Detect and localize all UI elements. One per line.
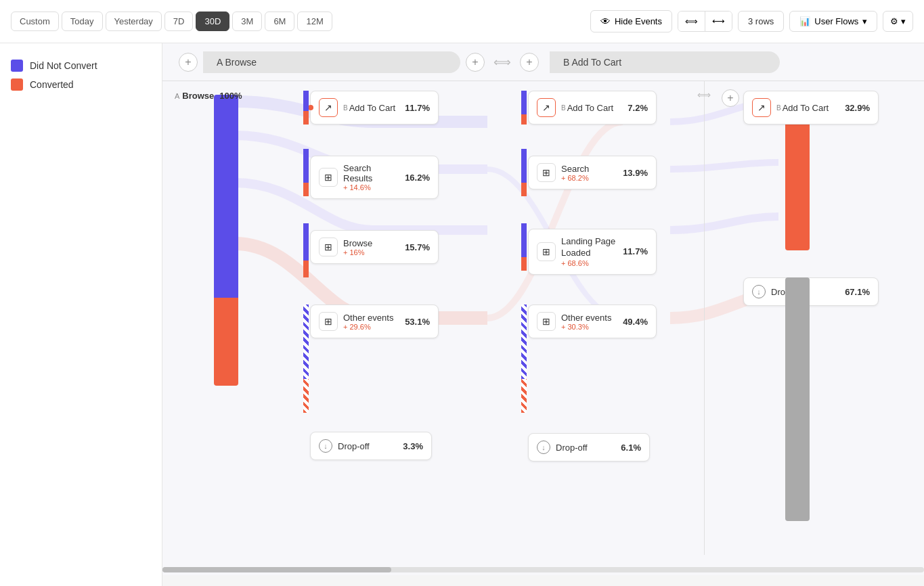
add-to-cart-card-1[interactable]: ↗ B Add To Cart 11.7% xyxy=(310,91,439,125)
rows-select[interactable]: 3 rows xyxy=(738,11,784,32)
add-col-after-a[interactable]: + xyxy=(466,53,485,72)
node-icon-oe1: ⊞ xyxy=(319,312,338,331)
orange-dot xyxy=(11,78,23,91)
oe1-bar-p xyxy=(303,305,309,379)
dropoff1-label: Drop-off xyxy=(338,441,397,451)
scrollbar-thumb[interactable] xyxy=(162,567,391,572)
atc2-letter: B xyxy=(561,104,566,112)
atc2-bar-p xyxy=(521,91,527,114)
landing-page-card[interactable]: ⊞ Landing Page Loaded + 68.6% 11.7% xyxy=(528,229,657,275)
sr-sub: + 14.6% xyxy=(343,183,399,191)
atcm-pct: 32.9% xyxy=(845,103,870,113)
atcm-letter: B xyxy=(776,104,781,112)
atc2-bar xyxy=(521,91,527,125)
3m-btn[interactable]: 3M xyxy=(232,12,262,31)
node-icon-lp: ⊞ xyxy=(537,242,556,261)
col-a-header: A Browse xyxy=(203,51,460,73)
dropoff-main-bar xyxy=(785,277,810,521)
chevron-down-icon: ▾ xyxy=(862,16,867,26)
flow-area: A Browse 100% ↗ B Add To Cart 11.7% ⊞ xyxy=(162,81,924,575)
toolbar: Custom Today Yesterday 7D 30D 3M 6M 12M … xyxy=(0,0,924,43)
chart-icon: 📊 xyxy=(799,16,810,26)
atc1-bar-o xyxy=(303,111,309,125)
b2-bar xyxy=(303,223,309,277)
atc2-info: B Add To Cart xyxy=(561,103,622,113)
search-bar-p xyxy=(521,149,527,183)
chevron-down-icon-2: ▾ xyxy=(901,16,906,26)
oe2-bar-o xyxy=(521,379,527,413)
node-icon-sr: ⊞ xyxy=(319,168,338,187)
yesterday-btn[interactable]: Yesterday xyxy=(106,12,162,31)
user-flows-button[interactable]: 📊 User Flows ▾ xyxy=(789,11,877,32)
other-events-card-2[interactable]: ⊞ Other events + 30.3% 49.4% xyxy=(528,305,657,338)
atc1-pct: 11.7% xyxy=(405,103,430,113)
browse-bar-purple xyxy=(214,95,238,298)
lp-info: Landing Page Loaded + 68.6% xyxy=(561,236,617,267)
collapse-icon: ⟺ xyxy=(493,53,512,72)
atcm-info: B Add To Cart xyxy=(776,103,839,113)
add-col-right[interactable]: + xyxy=(722,89,739,107)
7d-btn[interactable]: 7D xyxy=(164,12,194,31)
atc-main-card[interactable]: ↗ B Add To Cart 32.9% xyxy=(743,91,879,125)
add-col-before-b[interactable]: + xyxy=(520,53,539,72)
expand-btn[interactable]: ⟷ xyxy=(705,12,732,31)
today-btn[interactable]: Today xyxy=(62,12,103,31)
search-results-card[interactable]: ⊞ Search Results + 14.6% 16.2% xyxy=(310,156,439,199)
oe1-bar-o xyxy=(303,379,309,413)
dropoff2-label: Drop-off xyxy=(556,443,615,453)
oe2-label: Other events xyxy=(561,313,617,323)
oe2-sub: + 30.3% xyxy=(561,323,617,331)
s-info: Search + 68.2% xyxy=(561,164,617,182)
oe2-pct: 49.4% xyxy=(623,317,648,327)
node-icon-b2: ⊞ xyxy=(319,238,338,256)
12m-btn[interactable]: 12M xyxy=(297,12,332,31)
oe1-info: Other events + 29.6% xyxy=(343,313,399,331)
oe2-bar xyxy=(521,305,527,413)
search-card[interactable]: ⊞ Search + 68.2% 13.9% xyxy=(528,156,657,189)
arrow-buttons: ⟺ ⟷ xyxy=(678,11,732,32)
dropoff-main-icon: ↓ xyxy=(752,285,766,298)
did-not-convert-label: Did Not Convert xyxy=(30,60,97,71)
browse-bar-orange xyxy=(214,298,238,386)
atc-main-label-area: ↗ B Add To Cart 32.9% xyxy=(743,91,879,125)
sr-info: Search Results + 14.6% xyxy=(343,163,399,191)
custom-btn[interactable]: Custom xyxy=(11,12,59,31)
legend-converted: Converted xyxy=(11,78,151,91)
s-label: Search xyxy=(561,164,617,174)
purple-dot xyxy=(11,60,23,72)
scrollbar[interactable] xyxy=(162,567,924,572)
6m-btn[interactable]: 6M xyxy=(265,12,294,31)
col-separator xyxy=(704,81,705,555)
dropoff-main-card: ↓ Drop-off 67.1% xyxy=(743,277,879,306)
search-bar xyxy=(521,149,527,196)
b2-label: Browse xyxy=(343,238,399,248)
b2-sub: + 16% xyxy=(343,248,399,256)
30d-btn[interactable]: 30D xyxy=(196,12,229,31)
dropoff-main-bar-g xyxy=(785,277,810,521)
browse-card-2[interactable]: ⊞ Browse + 16% 15.7% xyxy=(310,230,439,264)
dropoff-card-1: ↓ Drop-off 3.3% xyxy=(310,432,432,460)
browse-letter: A xyxy=(175,92,179,100)
atc1-bar-p xyxy=(303,91,309,111)
lp-bar-p xyxy=(521,223,527,257)
dropoff2-pct: 6.1% xyxy=(621,443,641,453)
legend-did-not-convert: Did Not Convert xyxy=(11,60,151,72)
compress-btn[interactable]: ⟺ xyxy=(678,12,705,31)
user-flows-label: User Flows xyxy=(814,16,858,26)
atcm-label: Add To Cart xyxy=(783,103,829,113)
oe1-label: Other events xyxy=(343,313,399,323)
settings-button[interactable]: ⚙ ▾ xyxy=(883,11,913,32)
other-events-card-1[interactable]: ⊞ Other events + 29.6% 53.1% xyxy=(310,305,439,338)
hide-events-button[interactable]: 👁 Hide Events xyxy=(590,10,672,32)
add-col-before-a[interactable]: + xyxy=(179,53,198,72)
atc1-info: B Add To Cart xyxy=(343,103,399,113)
lp-bar-o xyxy=(521,257,527,271)
lp-sub: + 68.6% xyxy=(561,259,617,267)
flow-canvas: + A Browse + ⟺ + B Add To Cart A Browse xyxy=(162,43,924,575)
atc1-bar xyxy=(303,91,309,125)
add-to-cart-card-2[interactable]: ↗ B Add To Cart 7.2% xyxy=(528,91,657,125)
lp-bar xyxy=(521,223,527,271)
col-b-header: B Add To Cart xyxy=(550,51,780,73)
sr-bar-p xyxy=(303,149,309,183)
s-pct: 13.9% xyxy=(623,168,648,178)
